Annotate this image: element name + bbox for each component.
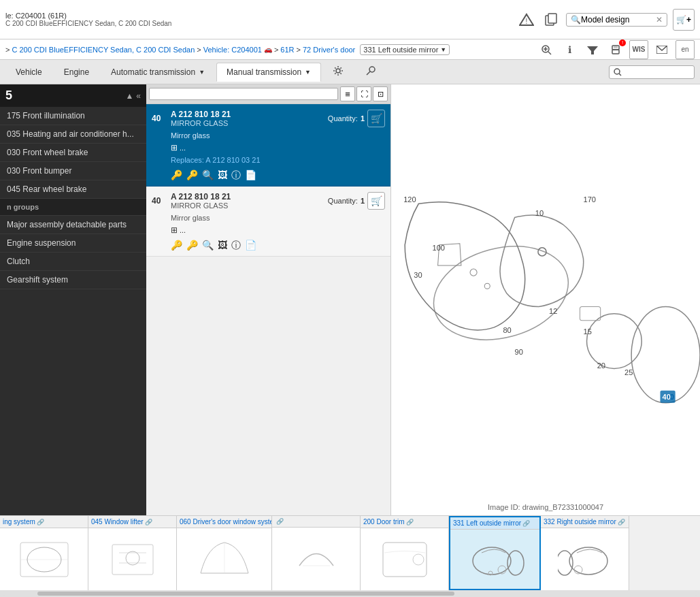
doc-icon-1[interactable]: 📄	[245, 170, 256, 182]
section-dropdown[interactable]: 331 Left outside mirror ▼	[360, 44, 450, 55]
key-icon-2[interactable]: 🔑	[171, 240, 182, 252]
breadcrumb-link-61r[interactable]: 61R	[280, 46, 294, 54]
wis-button[interactable]: WIS	[629, 40, 648, 59]
svg-point-17	[631, 307, 700, 403]
info-button[interactable]: ℹ	[560, 40, 579, 59]
thumb-window-system[interactable]: 060 Driver's door window system 🔗	[177, 516, 272, 590]
breadcrumb-sep2: >	[274, 46, 278, 54]
label-10: 10	[535, 209, 544, 217]
lang-button[interactable]: en	[676, 40, 695, 59]
filter-button[interactable]	[583, 40, 602, 59]
add-to-cart-button-2[interactable]: 🛒	[367, 192, 385, 210]
wrench-icon-1[interactable]: 🔑	[186, 170, 198, 182]
model-design-search[interactable]: 🔍 ✕	[566, 13, 667, 27]
tab-vehicle[interactable]: Vehicle	[5, 63, 52, 82]
thumb-label-7: 332 Right outside mirror	[544, 518, 616, 526]
thumb-door-trim[interactable]: 200 Door trim 🔗	[361, 516, 449, 590]
tab-settings-icon[interactable]	[322, 61, 354, 83]
doc-icon-2[interactable]: 📄	[245, 240, 256, 252]
thumb-left-mirror[interactable]: 331 Left outside mirror 🔗	[449, 516, 541, 590]
vehicle-icon: 🚗	[264, 46, 272, 53]
part-card-2[interactable]: 40 A 212 810 18 21 MIRROR GLASS Quantity…	[146, 187, 390, 257]
svg-point-38	[569, 547, 607, 575]
wrench-icon-2[interactable]: 🔑	[186, 240, 198, 252]
clear-search-icon[interactable]: ✕	[656, 15, 663, 25]
info-icon-2[interactable]: ⓘ	[231, 240, 241, 252]
cart-button[interactable]: 🛒 +	[673, 9, 695, 31]
sidebar-collapse-icon[interactable]: ▲	[125, 91, 133, 101]
sidebar-item-major-assembly[interactable]: Major assembly detachable parts	[0, 216, 146, 234]
zoom-icon-2[interactable]: 🔍	[202, 240, 214, 252]
add-to-cart-button-1[interactable]: 🛒	[367, 110, 385, 127]
main-content: 5 ▲ « 175 Front illumination 035 Heating…	[0, 84, 700, 515]
label-120: 120	[403, 195, 416, 204]
tab-search-input[interactable]	[622, 67, 690, 77]
thumb-blank[interactable]: 🔗	[272, 516, 361, 590]
part-qty-area-1: Quantity: 1 🛒	[328, 110, 385, 127]
label-170: 170	[583, 195, 595, 204]
cart-icon-1: 🛒	[371, 113, 382, 124]
sidebar-item-030-bumper[interactable]: 030 Front bumper	[0, 162, 146, 180]
print-button[interactable]: !	[606, 40, 625, 59]
model-design-input[interactable]	[581, 15, 656, 25]
breadcrumb-link-vehicle[interactable]: C 200 CDI BlueEFFICIENCY Sedan, C 200 CD…	[12, 46, 195, 54]
copy-icon[interactable]	[541, 10, 561, 29]
sidebar-item-045[interactable]: 045 Rear wheel brake	[0, 180, 146, 199]
breadcrumb-sep3: >	[297, 46, 301, 54]
label-20: 20	[597, 361, 605, 370]
thumb-right-mirror[interactable]: 332 Right outside mirror 🔗	[541, 516, 629, 590]
label-80: 80	[503, 326, 511, 334]
tab-automatic-transmission[interactable]: Automatic transmission ▼	[101, 63, 215, 82]
sidebar-item-clutch[interactable]: Clutch	[0, 253, 146, 271]
warning-icon[interactable]: !	[517, 10, 536, 29]
part-article-1: A 212 810 18 21	[171, 110, 324, 119]
sidebar-item-030-brake[interactable]: 030 Front wheel brake	[0, 144, 146, 162]
thumb-label-5: 200 Door trim	[363, 518, 405, 526]
tab-search[interactable]	[609, 65, 695, 79]
tab-tools-icon[interactable]	[355, 61, 386, 83]
info-icon-1[interactable]: ⓘ	[231, 170, 241, 182]
sidebar-item-engine-suspension[interactable]: Engine suspension	[0, 234, 146, 253]
thumb-ing-system[interactable]: ing system 🔗	[0, 516, 88, 590]
sidebar-item-label: Engine suspension	[7, 238, 76, 248]
part-description-2: Mirror glass	[146, 212, 390, 224]
sidebar-item-035[interactable]: 035 Heating and air conditioner h...	[0, 125, 146, 144]
sidebar: 5 ▲ « 175 Front illumination 035 Heating…	[0, 84, 146, 515]
sidebar-item-gearshift[interactable]: Gearshift system	[0, 271, 146, 289]
part-name-1: MIRROR GLASS	[171, 119, 324, 127]
expand-view-button[interactable]: ⛶	[356, 86, 371, 101]
thumb-window-lifter[interactable]: 045 Window lifter 🔗	[88, 516, 177, 590]
part-description-1: Mirror glass	[146, 130, 390, 142]
tab-manual-transmission[interactable]: Manual transmission ▼	[216, 63, 321, 82]
thumb-img-5	[361, 528, 448, 590]
breadcrumb-link-c204001[interactable]: Vehicle: C204001	[203, 46, 262, 54]
part-card-1[interactable]: 40 A 212 810 18 21 MIRROR GLASS Quantity…	[146, 104, 390, 187]
search-icon: 🔍	[571, 15, 581, 25]
mail-button[interactable]	[652, 40, 671, 59]
key-icon-1[interactable]: 🔑	[171, 170, 182, 182]
h-scrollbar[interactable]	[0, 590, 700, 597]
tab-engine[interactable]: Engine	[54, 63, 99, 82]
zoom-icon-1[interactable]: 🔍	[202, 170, 214, 182]
parts-search-input[interactable]	[149, 88, 338, 100]
image-icon-1[interactable]: 🖼	[218, 170, 227, 182]
svg-rect-32	[383, 543, 427, 577]
list-view-button[interactable]: ≡	[340, 86, 355, 101]
sidebar-item-175[interactable]: 175 Front illumination	[0, 107, 146, 125]
sidebar-close-icon[interactable]: «	[136, 91, 141, 101]
scrollbar-thumb[interactable]	[37, 592, 454, 596]
thumb-label-6: 331 Left outside mirror	[453, 519, 521, 527]
grid-view-button[interactable]: ⊡	[373, 86, 388, 101]
label-12: 12	[549, 307, 557, 315]
qty-label-1: Quantity:	[328, 114, 358, 123]
zoom-in-button[interactable]	[537, 40, 556, 59]
sidebar-group-num: 5	[5, 88, 12, 103]
manual-trans-dropdown-icon: ▼	[305, 69, 311, 76]
thumb-label-1: ing system	[3, 518, 35, 526]
image-icon-2[interactable]: 🖼	[218, 240, 227, 252]
breadcrumb-link-72[interactable]: 72 Driver's door	[303, 46, 355, 54]
part-replaces-1: Replaces: A 212 810 03 21	[146, 155, 390, 167]
label-30: 30	[414, 271, 422, 279]
thumb-label-3: 060 Driver's door window system	[180, 518, 271, 526]
svg-point-13	[336, 69, 340, 73]
